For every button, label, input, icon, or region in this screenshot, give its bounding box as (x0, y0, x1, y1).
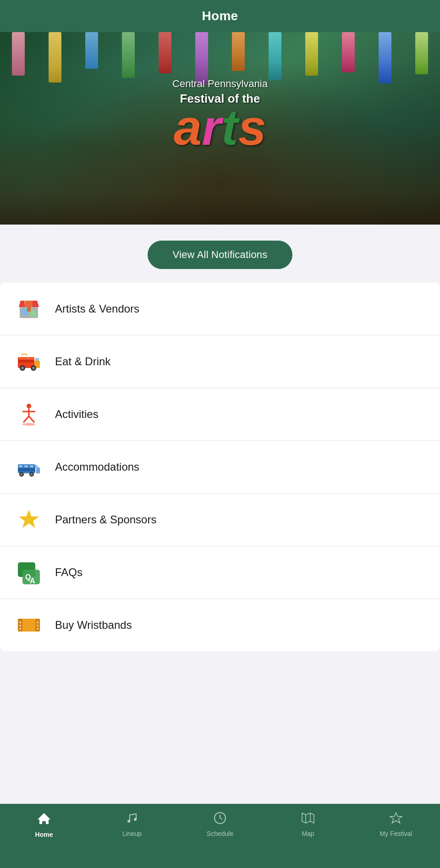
menu-item-buy-wristbands[interactable]: Buy Wristbands (0, 599, 440, 651)
svg-point-47 (37, 628, 38, 630)
activities-icon (17, 402, 41, 426)
svg-text:A: A (30, 577, 35, 584)
menu-item-eat-drink[interactable]: Eat & Drink (0, 335, 440, 388)
menu-icon-faqs: Q A (13, 556, 45, 588)
menu-label-eat-drink: Eat & Drink (55, 355, 110, 368)
hero-subtitle: Central Pennsylvania (172, 78, 268, 90)
svg-rect-1 (22, 309, 28, 315)
svg-marker-34 (19, 510, 39, 528)
svg-rect-26 (36, 468, 40, 473)
tab-label-lineup: Lineup (122, 830, 142, 837)
store-icon (17, 297, 41, 321)
svg-marker-4 (19, 301, 25, 307)
tab-icon-map (301, 811, 315, 827)
menu-label-partners-sponsors: Partners & Sponsors (55, 513, 156, 526)
svg-line-20 (23, 416, 29, 423)
tab-label-home: Home (35, 831, 53, 838)
svg-marker-53 (302, 813, 314, 823)
svg-rect-31 (19, 465, 22, 467)
menu-item-faqs[interactable]: Q A FAQs (0, 546, 440, 599)
svg-point-15 (32, 367, 35, 369)
svg-line-21 (29, 416, 34, 423)
menu-item-accommodations[interactable]: Accommodations (0, 441, 440, 494)
arts-letter-s: s (238, 102, 266, 153)
tab-label-map: Map (302, 830, 314, 837)
notification-button-wrap: View All Notifications (148, 241, 293, 269)
svg-rect-7 (27, 307, 31, 312)
tab-icon-schedule (213, 811, 227, 827)
svg-point-42 (19, 621, 21, 623)
tab-label-schedule: Schedule (207, 830, 233, 837)
menu-label-artists-vendors: Artists & Vendors (55, 302, 139, 315)
tab-icon-my-festival (389, 811, 403, 827)
tab-bar: HomeLineupScheduleMapMy Festival (0, 804, 440, 868)
svg-point-45 (37, 621, 38, 623)
hero-arts-word: a r t s (174, 102, 266, 153)
menu-list: Artists & Vendors Eat & Drink Activities (0, 283, 440, 651)
menu-item-artists-vendors[interactable]: Artists & Vendors (0, 283, 440, 335)
tab-item-my-festival[interactable]: My Festival (352, 811, 440, 837)
tab-item-home[interactable]: Home (0, 811, 88, 838)
food-truck-icon (17, 350, 41, 374)
svg-point-48 (127, 820, 130, 823)
svg-rect-16 (35, 358, 39, 361)
menu-item-activities[interactable]: Activities (0, 388, 440, 441)
svg-rect-24 (18, 468, 35, 472)
tab-label-my-festival: My Festival (380, 830, 412, 837)
main-content: View All Notifications Artists & Vendors… (0, 225, 440, 804)
svg-point-13 (21, 367, 24, 369)
view-all-notifications-button[interactable]: View All Notifications (148, 241, 293, 269)
menu-icon-eat-drink (13, 346, 45, 378)
svg-point-43 (19, 625, 21, 626)
hero-text-overlay: Central Pennsylvania Festival of the a r… (0, 78, 440, 153)
menu-icon-artists-vendors (13, 293, 45, 325)
star-icon (17, 508, 41, 532)
svg-rect-33 (30, 465, 33, 467)
svg-rect-32 (24, 465, 28, 467)
tab-icon-home (37, 811, 51, 828)
arts-letter-a: a (174, 102, 202, 153)
tab-item-schedule[interactable]: Schedule (176, 811, 264, 837)
menu-label-faqs: FAQs (55, 566, 82, 579)
tab-icon-lineup (125, 811, 139, 827)
menu-label-activities: Activities (55, 408, 99, 421)
faq-icon: Q A (17, 560, 41, 584)
menu-item-partners-sponsors[interactable]: Partners & Sponsors (0, 494, 440, 546)
menu-icon-partners-sponsors (13, 504, 45, 536)
svg-point-22 (22, 423, 35, 426)
tab-item-map[interactable]: Map (264, 811, 352, 837)
svg-point-30 (31, 473, 33, 476)
svg-marker-6 (33, 301, 39, 307)
svg-point-28 (21, 473, 23, 476)
svg-marker-56 (390, 813, 402, 823)
header-title: Home (202, 9, 238, 23)
menu-icon-accommodations (13, 451, 45, 483)
menu-label-accommodations: Accommodations (55, 461, 139, 473)
menu-icon-activities (13, 398, 45, 430)
svg-line-52 (220, 818, 222, 819)
menu-label-buy-wristbands: Buy Wristbands (55, 619, 132, 632)
arts-letter-r: r (202, 102, 221, 153)
svg-point-46 (37, 625, 38, 626)
svg-marker-5 (25, 301, 33, 307)
accommodations-icon (17, 455, 41, 479)
menu-icon-buy-wristbands (13, 609, 45, 641)
svg-point-44 (19, 628, 21, 630)
wristband-icon (17, 613, 41, 637)
svg-rect-2 (30, 311, 36, 317)
svg-marker-25 (35, 464, 40, 468)
app-header: Home (0, 0, 440, 32)
svg-rect-11 (19, 357, 34, 360)
svg-point-17 (27, 404, 31, 408)
arts-letter-t: t (221, 102, 238, 153)
hero-banner: Central Pennsylvania Festival of the a r… (0, 32, 440, 225)
tab-item-lineup[interactable]: Lineup (88, 811, 176, 837)
svg-point-49 (134, 818, 137, 821)
